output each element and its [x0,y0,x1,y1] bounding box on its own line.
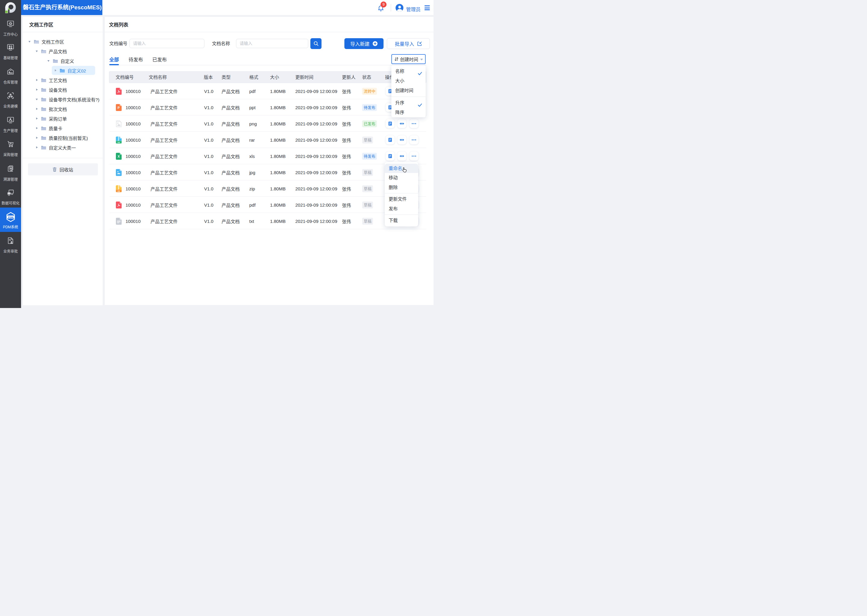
svg-text:PDM: PDM [8,216,13,218]
svg-text:rar: rar [117,141,120,143]
svg-text:P: P [117,106,120,110]
svg-text:zip: zip [117,190,120,192]
svg-text:X: X [118,155,120,158]
